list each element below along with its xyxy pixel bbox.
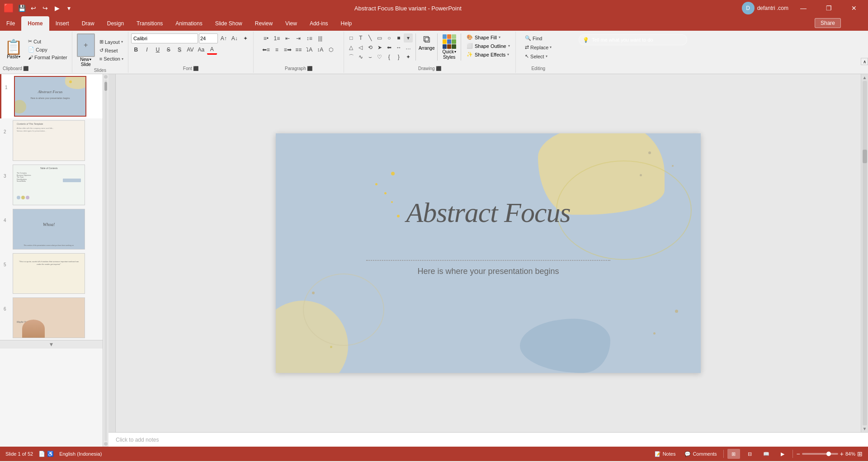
heart-btn[interactable]: ♡ (375, 52, 384, 61)
slide-item-2[interactable]: 2 Contents of This Template A blue slide… (0, 118, 103, 163)
accessibility-icon[interactable]: ♿ (47, 451, 54, 457)
font-size-input[interactable] (199, 33, 218, 43)
ribbon-collapse-button[interactable]: ∧ (861, 58, 868, 65)
scroll-down-button[interactable]: ▼ (0, 340, 103, 349)
slide-item-6[interactable]: 6 Maybe You Need to... (0, 296, 103, 340)
decrease-indent-button[interactable]: ⇤ (283, 33, 292, 43)
zoom-slider[interactable] (802, 453, 838, 455)
increase-indent-button[interactable]: ⇥ (293, 33, 303, 43)
tab-draw[interactable]: Draw (75, 16, 101, 31)
line-btn[interactable]: ╲ (366, 33, 375, 42)
clipboard-expand-icon[interactable]: ⬛ (23, 66, 28, 71)
section-button[interactable]: ≡ Section ▾ (98, 55, 125, 62)
bullets-button[interactable]: ≡• (261, 33, 271, 43)
shapes-more-btn[interactable]: ▾ (404, 33, 413, 42)
tell-me-box[interactable]: 💡 Tell me what you want to do (579, 34, 687, 45)
columns-button[interactable]: ||| (315, 33, 325, 43)
tab-file[interactable]: File (0, 16, 21, 31)
shrink-font-button[interactable]: A↓ (230, 33, 240, 43)
select-button[interactable]: ↖ Select ▾ (523, 52, 553, 60)
arrow-left-btn[interactable]: ⬅ (385, 43, 394, 52)
zoom-in-button[interactable]: + (840, 450, 844, 457)
tab-view[interactable]: View (279, 16, 303, 31)
shape-fill-button[interactable]: 🎨 Shape Fill ▾ (464, 33, 513, 41)
square-btn[interactable]: ■ (394, 33, 403, 42)
line-spacing-button[interactable]: ↕≡ (304, 33, 314, 43)
reading-view-button[interactable]: 📖 (760, 449, 773, 459)
arc-btn[interactable]: ⌣ (366, 52, 375, 61)
tab-design[interactable]: Design (101, 16, 130, 31)
align-right-button[interactable]: ≡➡ (283, 45, 292, 55)
slide-item-4[interactable]: 4 Whoa! This section of the presentation… (0, 207, 103, 251)
text-box-btn[interactable]: T (356, 33, 365, 42)
more-shapes-btn[interactable]: … (404, 43, 413, 52)
notes-bar[interactable]: Click to add notes (108, 432, 868, 447)
align-text-button[interactable]: ↕A (315, 45, 325, 55)
justify-button[interactable]: ≡≡ (293, 45, 303, 55)
scroll-down-btn[interactable] (104, 442, 108, 446)
triangle-btn[interactable]: △ (347, 43, 356, 52)
freeform-btn[interactable]: ⌒ (347, 52, 356, 61)
normal-view-button[interactable]: ⊞ (727, 449, 740, 459)
user-area[interactable]: D defantri .com (742, 2, 788, 14)
italic-button[interactable]: I (142, 45, 152, 55)
slideshow-button[interactable]: ▶ (776, 449, 789, 459)
iso-triangle-btn[interactable]: ◁ (356, 43, 365, 52)
close-button[interactable]: ✕ (844, 0, 864, 16)
curve-btn[interactable]: ∿ (356, 52, 365, 61)
v-scrollbar-track[interactable] (863, 81, 867, 425)
scroll-down-arrow[interactable]: ▼ (863, 426, 867, 431)
new-slide-button[interactable]: + New ▾ Slide (75, 33, 97, 68)
shape-effects-button[interactable]: ✨ Shape Effects ▾ (464, 51, 513, 58)
rect-btn[interactable]: ▭ (375, 33, 384, 42)
paragraph-expand-icon[interactable]: ⬛ (307, 66, 312, 71)
char-spacing-button[interactable]: AV (185, 45, 195, 55)
slide-item-1[interactable]: 1 Abstract Focus Here is where your pres… (0, 74, 103, 118)
slide-item-5[interactable]: 5 "This is a quote, words full of wisdom… (0, 251, 103, 296)
start-presentation-btn[interactable]: ▶ (52, 3, 62, 14)
bold-button[interactable]: B (131, 45, 141, 55)
restore-button[interactable]: ❐ (818, 0, 839, 16)
reset-button[interactable]: ↺ Reset (98, 47, 125, 54)
layout-button[interactable]: ⊞ Layout ▾ (98, 38, 125, 46)
tab-addins[interactable]: Add-ins (303, 16, 335, 31)
tab-slideshow[interactable]: Slide Show (209, 16, 249, 31)
oval-btn[interactable]: ○ (385, 33, 394, 42)
slide-sorter-button[interactable]: ⊟ (744, 449, 756, 459)
zoom-thumb[interactable] (826, 452, 831, 456)
cut-button[interactable]: ✂ Cut (26, 38, 69, 45)
paste-button[interactable]: 📋 Paste ▾ (3, 39, 24, 60)
scroll-up-arrow[interactable]: ▲ (863, 75, 867, 80)
text-direction-button[interactable]: ⤵A (304, 45, 314, 55)
shapes-extra-btn[interactable]: ✦ (404, 52, 413, 61)
zoom-out-button[interactable]: − (797, 450, 800, 457)
bracket-btn[interactable]: } (394, 52, 403, 61)
right-arrow-btn[interactable]: ⟲ (366, 43, 375, 52)
font-color-button[interactable]: A (207, 45, 217, 55)
right-scrollbar[interactable]: ▲ ▼ (861, 74, 868, 432)
tab-insert[interactable]: Insert (49, 16, 75, 31)
strikethrough-button[interactable]: S (164, 45, 174, 55)
font-family-select[interactable] (131, 33, 198, 43)
fit-to-window-button[interactable]: ⊞ (857, 450, 863, 457)
drawing-expand-icon[interactable]: ⬛ (436, 66, 441, 71)
quick-styles-button[interactable]: Quick ▾ Styles (440, 33, 458, 61)
tab-home[interactable]: Home (21, 16, 49, 31)
clear-formatting-button[interactable]: ✦ (241, 33, 250, 43)
customize-btn[interactable]: ▾ (63, 3, 74, 14)
arrow-right-btn[interactable]: ➤ (375, 43, 384, 52)
numbering-button[interactable]: 1≡ (272, 33, 282, 43)
smartart-button[interactable]: ⬡ (326, 45, 336, 55)
slide-notes-icon[interactable]: 📄 (38, 451, 45, 457)
share-button[interactable]: Share (815, 18, 841, 28)
minimize-button[interactable]: — (793, 0, 814, 16)
slide-item-3[interactable]: 3 Table of Contents The CompanyBusiness … (0, 163, 103, 207)
grow-font-button[interactable]: A↑ (219, 33, 229, 43)
v-scrollbar-thumb[interactable] (863, 150, 867, 163)
align-center-button[interactable]: ≡ (272, 45, 282, 55)
scrollbar-track[interactable] (104, 80, 107, 441)
tab-help[interactable]: Help (335, 16, 359, 31)
notes-button[interactable]: 📝 Notes (652, 450, 679, 458)
copy-button[interactable]: 📄 Copy (26, 46, 69, 53)
redo-btn[interactable]: ↪ (40, 3, 51, 14)
